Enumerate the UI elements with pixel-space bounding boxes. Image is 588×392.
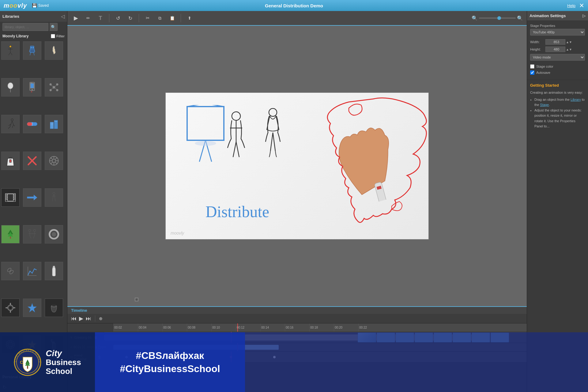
separator3	[181, 14, 181, 22]
rewind-button[interactable]: ⏮	[71, 315, 77, 322]
copy-button[interactable]: ⧉	[155, 13, 165, 23]
lib-item-building[interactable]	[45, 115, 63, 133]
distribute-text: Distribute	[205, 203, 269, 221]
lib-item-person[interactable]	[1, 41, 20, 60]
settings-collapse-icon[interactable]: ▷	[582, 13, 586, 18]
lib-item-arrow[interactable]	[23, 188, 41, 207]
lib-item-chart[interactable]	[23, 262, 41, 280]
lib-item-wheel[interactable]	[45, 152, 63, 170]
undo-button[interactable]: ↺	[113, 13, 123, 23]
svg-rect-32	[27, 122, 32, 126]
cut-button[interactable]: ✂	[143, 13, 153, 23]
video-mode-group: Video mode Presentation mode	[530, 54, 585, 61]
export-button[interactable]: ⬆	[185, 13, 194, 23]
video-mode-select[interactable]: Video mode Presentation mode	[530, 54, 585, 61]
library-link[interactable]: Library	[571, 98, 581, 101]
fast-forward-button[interactable]: ⏭	[86, 315, 91, 322]
height-input[interactable]	[545, 47, 565, 52]
height-stepper[interactable]: ▲▼	[566, 48, 572, 51]
separator2	[139, 14, 139, 22]
svg-point-23	[56, 83, 58, 85]
autosave-checkbox[interactable]	[530, 70, 534, 75]
lib-item-film[interactable]	[1, 188, 20, 207]
svg-point-71	[7, 267, 12, 272]
lib-item-italy[interactable]	[45, 41, 63, 60]
search-button[interactable]: 🔍	[50, 23, 58, 31]
height-label: Height:	[530, 47, 545, 51]
city-label: City	[46, 349, 81, 358]
svg-rect-38	[51, 124, 51, 125]
svg-point-84	[52, 305, 56, 306]
school-crest: C CITY BUSINESS SCHOOL	[14, 349, 41, 376]
sidebar-search: 🔍	[0, 22, 67, 32]
lib-item-pill[interactable]	[23, 115, 41, 133]
stage-canvas[interactable]: Distribute moovly	[165, 92, 429, 239]
lib-item-cross[interactable]	[23, 152, 41, 170]
filter-button[interactable]: Filter	[51, 34, 65, 38]
svg-text:C: C	[20, 360, 23, 365]
stage-properties-group: Stage Properties YouTube 480p	[530, 24, 585, 36]
zoom-slider[interactable]	[479, 17, 516, 19]
lib-item-chain[interactable]	[1, 262, 20, 280]
lib-item-robot[interactable]	[23, 41, 41, 60]
svg-rect-59	[14, 194, 16, 195]
overlay-banner: C CITY BUSINESS SCHOOL City Business Sch…	[0, 332, 588, 392]
svg-rect-6	[30, 49, 34, 53]
zoom-out-icon[interactable]: 🔍	[472, 15, 478, 21]
help-label[interactable]: Help	[567, 3, 575, 8]
toolbar: ▶ ✏ T ↺ ↻ ✂ ⧉ 📋 ⬆ 🔍 🔍	[67, 11, 527, 26]
business-label: Business	[46, 358, 81, 367]
lib-item-balloon[interactable]	[1, 78, 20, 96]
getting-started-section: Getting Started Creating an animation is…	[527, 80, 588, 132]
stage-link[interactable]: Stage	[540, 103, 549, 107]
ruler-playhead	[237, 323, 238, 332]
lib-item-gear-dark[interactable]	[1, 299, 20, 317]
svg-rect-60	[14, 196, 16, 198]
ruler-mark-08: 00:08	[187, 323, 211, 332]
text-tool[interactable]: T	[96, 13, 105, 23]
cursor-tool[interactable]: ▶	[71, 13, 81, 23]
sidebar-collapse-icon[interactable]: ◁	[61, 13, 65, 19]
search-input[interactable]	[2, 23, 48, 31]
stage-color-checkbox[interactable]	[530, 64, 534, 69]
filter-label: Filter	[56, 34, 65, 38]
svg-rect-16	[30, 83, 34, 88]
width-stepper[interactable]: ▲▼	[566, 40, 572, 44]
lib-item-tree[interactable]	[1, 225, 20, 243]
zoom-thumb[interactable]	[497, 16, 501, 20]
lib-item-shopping[interactable]	[1, 152, 20, 170]
svg-line-106	[236, 142, 239, 157]
timeline-header: Timeline	[67, 307, 527, 314]
zoom-in-icon[interactable]: 🔍	[517, 15, 523, 21]
lib-item-ring[interactable]	[45, 225, 63, 243]
watermark: moovly	[171, 231, 184, 236]
lib-item-pot[interactable]	[45, 299, 63, 317]
lib-item-figure[interactable]	[45, 188, 63, 207]
redo-button[interactable]: ↻	[125, 13, 135, 23]
saved-label: Saved	[38, 3, 49, 8]
filter-checkbox[interactable]	[51, 34, 55, 38]
svg-point-67	[28, 229, 31, 232]
draw-tool[interactable]: ✏	[83, 13, 93, 23]
ruler-mark-20: 00:20	[334, 323, 358, 332]
svg-line-27	[55, 85, 56, 87]
window-title: General Distribution Demo	[265, 3, 323, 8]
lib-item-run[interactable]	[1, 115, 20, 133]
lib-item-fight[interactable]	[23, 225, 41, 243]
svg-rect-58	[5, 199, 7, 200]
add-layer-button[interactable]: ⊕	[99, 316, 103, 321]
svg-line-51	[51, 157, 52, 159]
close-button[interactable]: ✕	[579, 2, 584, 9]
width-input[interactable]	[545, 39, 565, 45]
preset-select[interactable]: YouTube 480p	[530, 29, 585, 36]
svg-rect-37	[52, 123, 53, 123]
play-button[interactable]: ▶	[79, 315, 83, 322]
lib-item-star[interactable]	[23, 299, 41, 317]
tl-separator	[95, 315, 95, 322]
paste-button[interactable]: 📋	[167, 13, 177, 23]
svg-rect-62	[8, 194, 13, 201]
lib-item-phone[interactable]	[23, 78, 41, 96]
lib-item-molecule[interactable]	[45, 78, 63, 96]
svg-line-9	[30, 53, 31, 55]
lib-item-bottle[interactable]	[45, 262, 63, 280]
